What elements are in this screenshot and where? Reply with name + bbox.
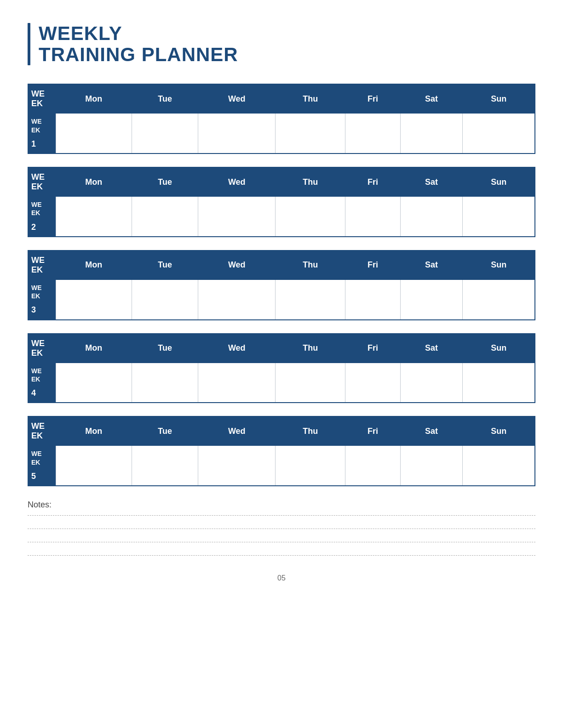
- day-header-sat: Sat: [400, 167, 463, 197]
- week1-sat-cell[interactable]: [400, 114, 463, 154]
- week-cell-2: WEEK2: [28, 197, 56, 237]
- week5-sun-cell[interactable]: [463, 446, 535, 486]
- day-header-sat: Sat: [400, 416, 463, 446]
- week-header-5: WE EK: [28, 416, 56, 446]
- notes-section: Notes:: [28, 500, 535, 556]
- week1-wed-cell[interactable]: [198, 114, 276, 154]
- title-line2: TRAINING PLANNER: [39, 44, 238, 65]
- notes-line-1: [28, 515, 535, 516]
- week2-mon-cell[interactable]: [56, 197, 132, 237]
- week-cell-1: WEEK1: [28, 114, 56, 154]
- header-accent-bar: [28, 23, 30, 65]
- week3-wed-cell[interactable]: [198, 279, 276, 319]
- week-table-1: WE EKMonTueWedThuFriSatSunWEEK1: [28, 84, 535, 154]
- week-header-2: WE EK: [28, 167, 56, 197]
- day-header-mon: Mon: [56, 334, 132, 363]
- week4-tue-cell[interactable]: [132, 363, 198, 403]
- day-header-wed: Wed: [198, 250, 276, 280]
- day-header-thu: Thu: [276, 167, 345, 197]
- week4-fri-cell[interactable]: [345, 363, 400, 403]
- week4-sun-cell[interactable]: [463, 363, 535, 403]
- day-header-tue: Tue: [132, 250, 198, 280]
- day-header-mon: Mon: [56, 250, 132, 280]
- week4-wed-cell[interactable]: [198, 363, 276, 403]
- week4-mon-cell[interactable]: [56, 363, 132, 403]
- week1-mon-cell[interactable]: [56, 114, 132, 154]
- header-title: WEEKLY TRAINING PLANNER: [39, 23, 238, 65]
- day-header-fri: Fri: [345, 167, 400, 197]
- day-header-wed: Wed: [198, 84, 276, 114]
- day-header-sun: Sun: [463, 167, 535, 197]
- page-number: 05: [28, 574, 535, 582]
- week2-wed-cell[interactable]: [198, 197, 276, 237]
- week3-mon-cell[interactable]: [56, 279, 132, 319]
- week-table-5: WE EKMonTueWedThuFriSatSunWEEK5: [28, 416, 535, 486]
- day-header-thu: Thu: [276, 416, 345, 446]
- day-header-tue: Tue: [132, 84, 198, 114]
- week1-fri-cell[interactable]: [345, 114, 400, 154]
- week4-thu-cell[interactable]: [276, 363, 345, 403]
- day-header-sat: Sat: [400, 250, 463, 280]
- day-header-thu: Thu: [276, 250, 345, 280]
- week-header-3: WE EK: [28, 250, 56, 280]
- day-header-mon: Mon: [56, 84, 132, 114]
- week4-sat-cell[interactable]: [400, 363, 463, 403]
- week2-sat-cell[interactable]: [400, 197, 463, 237]
- week2-thu-cell[interactable]: [276, 197, 345, 237]
- day-header-thu: Thu: [276, 334, 345, 363]
- week2-fri-cell[interactable]: [345, 197, 400, 237]
- week5-fri-cell[interactable]: [345, 446, 400, 486]
- week-table-2: WE EKMonTueWedThuFriSatSunWEEK2: [28, 167, 535, 237]
- week5-sat-cell[interactable]: [400, 446, 463, 486]
- day-header-sun: Sun: [463, 334, 535, 363]
- week2-tue-cell[interactable]: [132, 197, 198, 237]
- day-header-mon: Mon: [56, 416, 132, 446]
- day-header-fri: Fri: [345, 84, 400, 114]
- day-header-thu: Thu: [276, 84, 345, 114]
- day-header-wed: Wed: [198, 334, 276, 363]
- week5-tue-cell[interactable]: [132, 446, 198, 486]
- week3-fri-cell[interactable]: [345, 279, 400, 319]
- day-header-sun: Sun: [463, 84, 535, 114]
- week1-tue-cell[interactable]: [132, 114, 198, 154]
- title-line1: WEEKLY: [39, 23, 238, 44]
- day-header-fri: Fri: [345, 416, 400, 446]
- day-header-mon: Mon: [56, 167, 132, 197]
- weekly-tables: WE EKMonTueWedThuFriSatSunWEEK1WE EKMonT…: [28, 84, 535, 486]
- day-header-tue: Tue: [132, 167, 198, 197]
- day-header-sat: Sat: [400, 84, 463, 114]
- notes-line-2: [28, 529, 535, 529]
- week5-thu-cell[interactable]: [276, 446, 345, 486]
- day-header-fri: Fri: [345, 334, 400, 363]
- day-header-sat: Sat: [400, 334, 463, 363]
- week3-sat-cell[interactable]: [400, 279, 463, 319]
- week5-mon-cell[interactable]: [56, 446, 132, 486]
- notes-line-4: [28, 555, 535, 556]
- week-cell-4: WEEK4: [28, 363, 56, 403]
- week3-thu-cell[interactable]: [276, 279, 345, 319]
- week-cell-5: WEEK5: [28, 446, 56, 486]
- week5-wed-cell[interactable]: [198, 446, 276, 486]
- day-header-sun: Sun: [463, 416, 535, 446]
- week-cell-3: WEEK3: [28, 279, 56, 319]
- week-table-4: WE EKMonTueWedThuFriSatSunWEEK4: [28, 333, 535, 404]
- week-header-1: WE EK: [28, 84, 56, 114]
- day-header-wed: Wed: [198, 167, 276, 197]
- week-table-3: WE EKMonTueWedThuFriSatSunWEEK3: [28, 250, 535, 320]
- week3-sun-cell[interactable]: [463, 279, 535, 319]
- day-header-sun: Sun: [463, 250, 535, 280]
- day-header-fri: Fri: [345, 250, 400, 280]
- week3-tue-cell[interactable]: [132, 279, 198, 319]
- week1-sun-cell[interactable]: [463, 114, 535, 154]
- day-header-tue: Tue: [132, 416, 198, 446]
- week2-sun-cell[interactable]: [463, 197, 535, 237]
- week-header-4: WE EK: [28, 334, 56, 363]
- page-header: WEEKLY TRAINING PLANNER: [28, 23, 535, 65]
- notes-label: Notes:: [28, 500, 535, 510]
- notes-line-3: [28, 542, 535, 542]
- day-header-wed: Wed: [198, 416, 276, 446]
- week1-thu-cell[interactable]: [276, 114, 345, 154]
- day-header-tue: Tue: [132, 334, 198, 363]
